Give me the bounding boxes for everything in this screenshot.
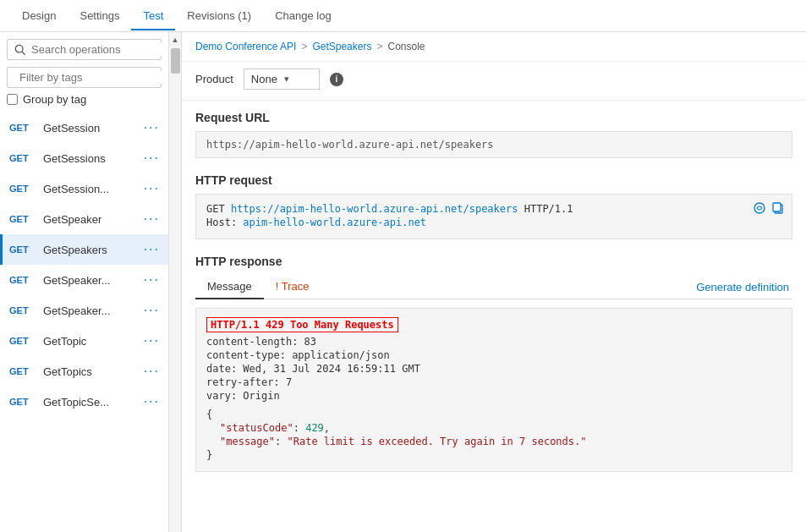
scrollbar[interactable]: ▲ [168,32,181,532]
op-name-9: GetTopicSe... [43,396,137,409]
request-url-box: https://apim-hello-world.azure-api.net/s… [195,131,792,158]
op-name-0: GetSession [43,122,137,134]
operation-item-2[interactable]: GETGetSession...··· [0,173,168,204]
nav-tab-design[interactable]: Design [10,3,68,30]
nav-tab-settings[interactable]: Settings [68,3,131,30]
svg-rect-5 [773,203,781,211]
op-menu-dots-9[interactable]: ··· [144,394,160,409]
json-close-brace: } [206,449,781,461]
operation-item-7[interactable]: GETGetTopic··· [0,326,168,356]
request-url-label: Request URL [195,111,792,124]
resp-header-1: content-type: application/json [206,349,781,361]
method-badge-2: GET [9,184,36,194]
group-by-tag-label: Group by tag [23,93,86,106]
product-select[interactable]: None ▾ [244,69,320,90]
nav-tab-changelog[interactable]: Change log [263,3,343,30]
main-layout: Group by tag GETGetSession···GETGetSessi… [0,32,806,532]
op-menu-dots-7[interactable]: ··· [144,333,160,348]
json-open-brace: { [206,409,781,420]
dropdown-arrow-icon: ▾ [284,74,289,85]
breadcrumb-op[interactable]: GetSpeakers [312,41,371,52]
operation-item-0[interactable]: GETGetSession··· [0,112,168,143]
search-box[interactable] [7,39,162,60]
http-request-code-box: GET https://apim-hello-world.azure-api.n… [195,194,792,239]
method-badge-9: GET [9,397,36,407]
op-menu-dots-3[interactable]: ··· [144,211,160,227]
op-name-7: GetTopic [43,335,137,348]
nav-tab-revisions[interactable]: Revisions (1) [175,3,263,30]
filter-input[interactable] [19,71,162,84]
http-response-label: HTTP response [195,255,792,268]
copy-icon[interactable] [771,201,785,217]
operation-item-3[interactable]: GETGetSpeaker··· [0,204,168,234]
nav-tab-test[interactable]: Test [131,3,175,30]
json-message-line: "message": "Rate limit is exceeded. Try … [206,436,781,447]
response-headers: content-length: 83content-type: applicat… [206,336,781,402]
http-response-section: HTTP response Message Trace Generate def… [182,248,806,480]
op-name-8: GetTopics [43,365,137,378]
http-host-key: Host: [206,217,237,228]
json-block: { "statusCode": 429, "message": "Rate li… [206,409,781,461]
op-name-5: GetSpeaker... [43,274,137,287]
content-area: Demo Conference API > GetSpeakers > Cons… [182,32,806,532]
http-request-section: HTTP request GET https://apim-hello-worl… [182,167,806,248]
generate-definition-link[interactable]: Generate definition [696,281,792,293]
response-body: HTTP/1.1 429 Too Many Requests content-l… [195,308,792,472]
scroll-up-arrow[interactable]: ▲ [170,34,181,45]
search-input[interactable] [31,43,168,56]
op-menu-dots-5[interactable]: ··· [144,272,160,288]
http-method: GET [206,203,225,215]
op-name-1: GetSessions [43,152,137,165]
http-host-val: apim-hello-world.azure-api.net [243,217,426,228]
scroll-thumb[interactable] [171,48,180,74]
http-request-label: HTTP request [195,173,792,187]
method-badge-8: GET [9,366,36,376]
breadcrumb-current: Console [387,41,425,52]
product-row: Product None ▾ i [182,62,806,101]
op-name-3: GetSpeaker [43,213,137,226]
http-status-badge: HTTP/1.1 429 Too Many Requests [206,317,398,332]
operation-item-5[interactable]: GETGetSpeaker...··· [0,265,168,295]
sidebar: Group by tag GETGetSession···GETGetSessi… [0,32,182,532]
breadcrumb-sep-2: > [376,41,382,52]
method-badge-0: GET [9,123,36,133]
svg-point-0 [15,45,23,52]
copy-icons [753,201,785,217]
operation-item-8[interactable]: GETGetTopics··· [0,356,168,387]
http-request-url: https://apim-hello-world.azure-api.net/s… [231,203,518,215]
op-menu-dots-4[interactable]: ··· [144,242,160,257]
tab-message[interactable]: Message [195,275,264,299]
operation-item-1[interactable]: GETGetSessions··· [0,143,168,173]
json-status-code-key: "statusCode" [220,422,293,434]
status-line: HTTP/1.1 429 Too Many Requests [206,317,781,336]
operation-item-4[interactable]: GETGetSpeakers··· [0,234,168,265]
info-icon[interactable]: i [330,73,343,86]
resp-header-2: date: Wed, 31 Jul 2024 16:59:11 GMT [206,363,781,375]
op-menu-dots-8[interactable]: ··· [144,364,160,379]
filter-box[interactable] [7,67,162,88]
top-nav: DesignSettingsTestRevisions (1)Change lo… [0,0,806,32]
ops-list: GETGetSession···GETGetSessions···GETGetS… [0,112,168,532]
group-by-tag-checkbox[interactable] [7,94,18,105]
tab-trace[interactable]: Trace [264,275,321,299]
resp-header-4: vary: Origin [206,390,781,402]
search-icon [14,44,26,56]
request-url-section: Request URL https://apim-hello-world.azu… [182,101,806,167]
op-menu-dots-6[interactable]: ··· [144,303,160,318]
sidebar-content: Group by tag GETGetSession···GETGetSessi… [0,32,168,532]
breadcrumb: Demo Conference API > GetSpeakers > Cons… [182,32,806,62]
operation-item-6[interactable]: GETGetSpeaker...··· [0,295,168,326]
product-selected-value: None [251,73,277,85]
svg-line-1 [22,52,25,55]
http-request-line2: Host: apim-hello-world.azure-api.net [206,217,781,228]
operation-item-9[interactable]: GETGetTopicSe...··· [0,387,168,417]
product-label: Product [195,73,233,85]
breadcrumb-sep-1: > [301,41,307,52]
curl-copy-icon[interactable] [753,201,766,217]
op-menu-dots-0[interactable]: ··· [144,120,160,135]
op-menu-dots-1[interactable]: ··· [144,151,160,166]
breadcrumb-api[interactable]: Demo Conference API [195,41,296,52]
op-name-4: GetSpeakers [43,244,137,256]
op-menu-dots-2[interactable]: ··· [144,181,160,196]
resp-header-0: content-length: 83 [206,336,781,348]
